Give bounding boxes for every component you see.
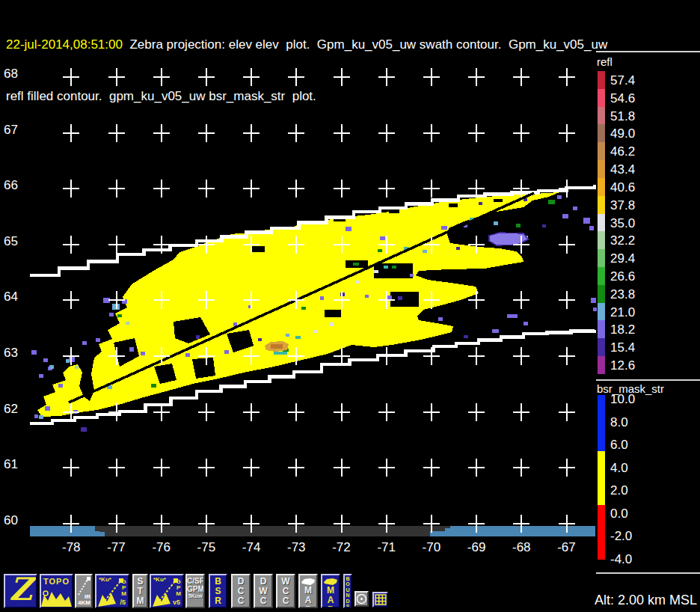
zebra-window: 22-jul-2014,08:51:00 Zebra projection: e…: [0, 0, 700, 612]
refl-value-label: 57.4: [610, 73, 635, 87]
bsr-value-label: 2.0: [610, 483, 628, 497]
lat-tick-label: 67: [4, 123, 29, 136]
lat-tick-label: 63: [4, 346, 29, 359]
refl-swatch: [598, 303, 605, 321]
satellite-beam-icon: [98, 577, 125, 607]
lon-tick-label: -72: [325, 540, 358, 555]
lon-tick-label: -75: [190, 540, 223, 555]
lon-tick-label: -71: [370, 540, 403, 555]
lat-tick-label: 64: [4, 290, 29, 303]
lat-tick-label: 62: [4, 402, 29, 415]
toolbar-button-origin[interactable]: [354, 591, 369, 607]
refl-swatch: [598, 196, 605, 214]
ir-4km-label: IR 4KM: [78, 594, 90, 606]
refl-value-label: 43.4: [610, 162, 635, 176]
zebra-z-icon: Z: [5, 574, 36, 605]
toolbar-button-zebra-logo[interactable]: Z: [4, 574, 37, 608]
bsr-value-label: 0.0: [610, 507, 628, 520]
refl-value-label: 12.6: [610, 358, 635, 372]
lon-tick-label: -68: [505, 540, 538, 555]
topo-band: [30, 526, 595, 536]
refl-swatch: [598, 124, 605, 142]
map-active-label: M A P: [322, 586, 339, 608]
lon-tick-label: -78: [55, 540, 88, 555]
satellite-beam-icon: [153, 577, 179, 607]
toolbar-button-topo[interactable]: TOPO: [40, 574, 73, 608]
bsr-value-label: 10.0: [610, 392, 635, 406]
toolbar-button-gpm-ku-5[interactable]: *Ku*G P M/5: [95, 574, 129, 608]
wcc-label: W C C: [277, 577, 294, 606]
topo-label: TOPO: [41, 577, 72, 586]
toolbar-button-bsr[interactable]: B S R: [209, 574, 227, 608]
toolbar-button-bounds[interactable]: B O U N D S: [343, 574, 352, 608]
refl-swatch: [598, 178, 605, 196]
refl-value-label: 26.6: [610, 269, 635, 283]
grid-icon: [375, 594, 387, 605]
toolbar-button-map-active[interactable]: M A P: [321, 574, 340, 608]
refl-value-label: 51.8: [610, 109, 635, 123]
refl-swatch: [598, 338, 605, 356]
crosshair-icon: [356, 593, 367, 605]
refl-swatch: [598, 89, 605, 107]
toolbar-button-grid[interactable]: [372, 592, 388, 608]
refl-swatch: [598, 285, 605, 303]
refl-value-label: 46.2: [610, 144, 635, 158]
bsr-segment: [598, 395, 605, 451]
refl-swatch: [598, 356, 605, 374]
refl-swatch: [598, 214, 605, 232]
refl-swatch: [598, 320, 605, 338]
stm-label: S T M: [134, 577, 147, 606]
lat-tick-label: 65: [4, 234, 29, 248]
bsr-value-label: 4.0: [610, 461, 628, 474]
lat-tick-label: 60: [4, 513, 29, 527]
lon-tick-label: -73: [280, 540, 313, 555]
refl-swatch: [598, 71, 605, 89]
panel-divider-middle: [596, 379, 700, 381]
toolbar-button-wcc[interactable]: W C C: [276, 574, 295, 608]
bsr-label: B S R: [210, 577, 226, 606]
bsr-value-label: -4.0: [610, 552, 632, 566]
refl-swatch: [598, 231, 605, 249]
toolbar-button-ir-4km[interactable]: IR 4KM: [75, 574, 93, 608]
refl-value-label: 23.8: [610, 287, 635, 301]
panel-divider-top: [596, 51, 700, 52]
refl-value-label: 18.2: [610, 322, 635, 336]
refl-legend-title: refl: [597, 55, 612, 68]
map-overlay-label: M A P: [300, 586, 316, 608]
refl-value-label: 37.8: [610, 198, 635, 212]
refl-value-label: 15.4: [610, 340, 635, 354]
toolbar-button-stm[interactable]: S T M: [132, 574, 148, 608]
dcc-label: D C C: [233, 577, 249, 606]
refl-value-label: 21.0: [610, 305, 635, 319]
toolbar-button-map-overlay[interactable]: M A P: [298, 574, 318, 608]
lat-tick-label: 66: [4, 178, 29, 192]
lat-tick-label: 68: [4, 67, 29, 80]
refl-value-label: 29.4: [610, 251, 635, 265]
lon-tick-label: -67: [550, 540, 583, 555]
panel-divider-bottom: [596, 572, 700, 574]
bsr-segment: [598, 451, 605, 505]
toolbar-button-dwc[interactable]: D W C: [254, 574, 273, 608]
toolbar-button-gpm-ku-v5[interactable]: *Ku*G P Mv5: [150, 574, 184, 608]
product-label: 5Kuw: [187, 593, 203, 599]
topo-mountain-icon: [41, 587, 72, 607]
lat-tick-label: 61: [4, 457, 29, 471]
toolbar-button-dcc[interactable]: D C C: [231, 574, 251, 608]
lon-tick-label: -69: [460, 540, 493, 555]
toolbar-button-csf-gpm[interactable]: C/SFGPM5Kuw: [185, 574, 205, 608]
refl-swatch: [598, 267, 605, 285]
lon-tick-label: -74: [235, 540, 268, 555]
refl-swatch: [598, 142, 605, 160]
lon-tick-label: -77: [100, 540, 133, 555]
lon-tick-label: -76: [145, 540, 178, 555]
csf-label: C/SF: [187, 577, 203, 585]
altitude-readout: Alt: 2.00 km MSL: [524, 593, 697, 608]
refl-value-label: 49.0: [610, 126, 635, 140]
bsr-value-label: -2.0: [610, 529, 632, 542]
bsr-segment: [598, 505, 605, 560]
refl-swatch: [598, 107, 605, 125]
dwc-label: D W C: [255, 577, 271, 606]
map-canvas[interactable]: [0, 0, 700, 569]
bounds-label: B O U N D S: [345, 576, 351, 608]
refl-swatch: [598, 249, 605, 267]
